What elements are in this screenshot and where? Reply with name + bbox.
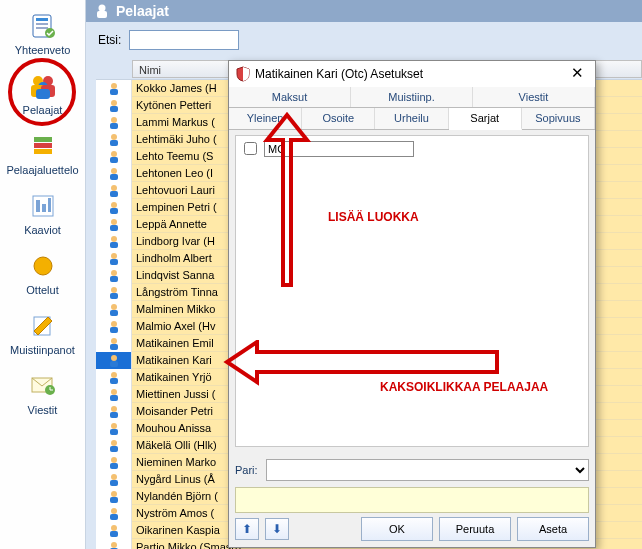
- person-icon: [96, 437, 132, 454]
- svg-rect-43: [110, 242, 118, 248]
- ok-button[interactable]: OK: [361, 517, 433, 541]
- person-icon: [96, 301, 132, 318]
- cancel-button[interactable]: Peruuta: [439, 517, 511, 541]
- tab-messages[interactable]: Viestit: [473, 87, 595, 107]
- sidebar-item-label: Pelaajaluettelo: [0, 164, 85, 176]
- person-icon: [96, 352, 132, 369]
- dialog-button-row: ⬆ ⬇ OK Peruuta Aseta: [235, 517, 589, 541]
- svg-point-42: [111, 236, 117, 242]
- sidebar-item-playerlist[interactable]: Pelaajaluettelo: [0, 130, 85, 176]
- sidebar-item-charts[interactable]: Kaaviot: [0, 190, 85, 236]
- move-down-button[interactable]: ⬇: [265, 518, 289, 540]
- svg-rect-35: [110, 174, 118, 180]
- svg-rect-3: [36, 27, 48, 29]
- svg-rect-1: [36, 18, 48, 21]
- svg-rect-57: [110, 361, 118, 367]
- tab-payments[interactable]: Maksut: [229, 87, 351, 107]
- svg-point-36: [111, 185, 117, 191]
- class-checkbox[interactable]: [244, 142, 257, 155]
- move-up-button[interactable]: ⬆: [235, 518, 259, 540]
- svg-point-48: [111, 287, 117, 293]
- svg-point-74: [111, 508, 117, 514]
- svg-rect-71: [110, 480, 118, 486]
- person-icon: [96, 165, 132, 182]
- players-icon: [27, 70, 59, 102]
- note-box[interactable]: [235, 487, 589, 513]
- tab-general[interactable]: Yleinen: [229, 108, 302, 129]
- messages-icon: [27, 370, 59, 402]
- sidebar-item-label: Ottelut: [0, 284, 85, 296]
- sidebar-item-matches[interactable]: Ottelut: [0, 250, 85, 296]
- panel-title: Pelaajat: [116, 3, 169, 19]
- sidebar-item-players[interactable]: Pelaajat: [0, 70, 85, 116]
- close-button[interactable]: ✕: [565, 64, 589, 84]
- person-icon: [96, 199, 132, 216]
- svg-point-50: [111, 304, 117, 310]
- svg-rect-77: [110, 531, 118, 537]
- svg-rect-75: [110, 514, 118, 520]
- pair-select[interactable]: [266, 459, 589, 481]
- search-input[interactable]: [129, 30, 239, 50]
- svg-point-28: [111, 117, 117, 123]
- person-icon: [96, 97, 132, 114]
- tab-sport[interactable]: Urheilu: [375, 108, 448, 129]
- tab-series[interactable]: Sarjat: [449, 108, 522, 130]
- settings-dialog: Matikainen Kari (Otc) Asetukset ✕ Maksut…: [228, 60, 596, 548]
- svg-rect-59: [110, 378, 118, 384]
- person-icon: [96, 403, 132, 420]
- notes-icon: [27, 310, 59, 342]
- svg-rect-37: [110, 191, 118, 197]
- pair-row: Pari:: [235, 459, 589, 481]
- svg-point-26: [111, 100, 117, 106]
- svg-rect-45: [110, 259, 118, 265]
- svg-rect-31: [110, 140, 118, 146]
- charts-icon: [27, 190, 59, 222]
- svg-point-24: [111, 83, 117, 89]
- svg-rect-47: [110, 276, 118, 282]
- svg-rect-16: [42, 204, 46, 212]
- svg-rect-51: [110, 310, 118, 316]
- person-icon: [94, 3, 110, 19]
- svg-point-34: [111, 168, 117, 174]
- person-icon: [96, 386, 132, 403]
- playerlist-icon: [27, 130, 59, 162]
- svg-rect-13: [34, 149, 52, 154]
- class-input[interactable]: [264, 141, 414, 157]
- svg-point-22: [99, 5, 106, 12]
- person-icon: [96, 454, 132, 471]
- person-icon: [96, 505, 132, 522]
- svg-rect-69: [110, 463, 118, 469]
- svg-point-68: [111, 457, 117, 463]
- summary-icon: [27, 10, 59, 42]
- sidebar-item-label: Viestit: [0, 404, 85, 416]
- sidebar-item-messages[interactable]: Viestit: [0, 370, 85, 416]
- tab-suitability[interactable]: Sopivuus: [522, 108, 595, 129]
- svg-rect-63: [110, 412, 118, 418]
- matches-icon: [27, 250, 59, 282]
- svg-rect-15: [36, 200, 40, 212]
- person-icon: [96, 148, 132, 165]
- dialog-titlebar: Matikainen Kari (Otc) Asetukset ✕: [229, 61, 595, 87]
- dialog-body: [235, 135, 589, 447]
- svg-rect-55: [110, 344, 118, 350]
- sidebar-item-summary[interactable]: Yhteenveto: [0, 10, 85, 56]
- svg-rect-65: [110, 429, 118, 435]
- tab-notes[interactable]: Muistiinp.: [351, 87, 473, 107]
- svg-point-62: [111, 406, 117, 412]
- sidebar: Yhteenveto Pelaajat Pelaajaluettelo Kaav…: [0, 0, 86, 549]
- svg-rect-27: [110, 106, 118, 112]
- svg-rect-2: [36, 23, 48, 25]
- set-button[interactable]: Aseta: [517, 517, 589, 541]
- person-icon: [96, 216, 132, 233]
- svg-point-66: [111, 440, 117, 446]
- panel-title-bar: Pelaajat: [86, 0, 642, 22]
- svg-rect-41: [110, 225, 118, 231]
- svg-point-56: [111, 355, 117, 361]
- person-icon: [96, 335, 132, 352]
- sidebar-item-notes[interactable]: Muistiinpanot: [0, 310, 85, 356]
- person-icon: [96, 250, 132, 267]
- svg-point-78: [111, 542, 117, 548]
- tab-address[interactable]: Osoite: [302, 108, 375, 129]
- svg-point-54: [111, 338, 117, 344]
- shield-icon: [235, 66, 251, 82]
